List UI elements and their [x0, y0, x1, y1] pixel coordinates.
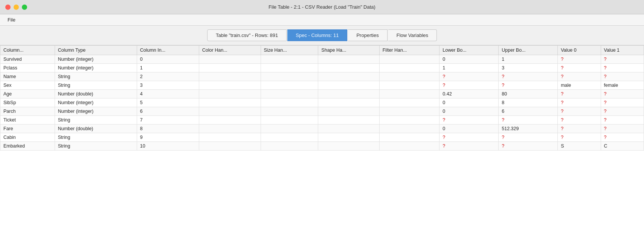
cell-6-2: 6: [137, 107, 199, 116]
table-row: SexString3??malefemale: [0, 81, 644, 90]
cell-8-7: 0: [440, 125, 499, 133]
close-button[interactable]: [5, 5, 11, 10]
cell-4-2: 4: [137, 90, 199, 98]
table-header-row: Column... Column Type Column In... Color…: [0, 46, 644, 55]
tab-table[interactable]: Table "train.csv" - Rows: 891: [207, 29, 287, 41]
menu-bar: File: [0, 14, 644, 26]
window-title: File Table - 2:1 - CSV Reader (Load "Tra…: [269, 4, 375, 10]
col-header-6: Filter Han...: [379, 46, 440, 55]
cell-0-5: [318, 55, 379, 64]
content-area: Table "train.csv" - Rows: 891 Spec - Col…: [0, 26, 644, 243]
cell-3-8: ?: [499, 81, 558, 90]
cell-3-7: ?: [440, 81, 499, 90]
cell-9-0: Cabin: [0, 133, 55, 142]
cell-5-0: SibSp: [0, 98, 55, 107]
cell-9-3: [199, 133, 261, 142]
cell-3-5: [318, 81, 379, 90]
table-row: AgeNumber (double)40.4280??: [0, 90, 644, 98]
cell-2-5: [318, 72, 379, 81]
cell-10-4: [261, 142, 318, 151]
cell-5-3: [199, 98, 261, 107]
cell-2-10: ?: [601, 72, 644, 81]
cell-6-6: [379, 107, 440, 116]
menu-file[interactable]: File: [5, 15, 18, 24]
cell-2-3: [199, 72, 261, 81]
cell-9-6: [379, 133, 440, 142]
cell-10-6: [379, 142, 440, 151]
col-header-5: Shape Ha...: [318, 46, 379, 55]
cell-0-10: ?: [601, 55, 644, 64]
cell-10-5: [318, 142, 379, 151]
cell-0-9: ?: [558, 55, 601, 64]
cell-1-3: [199, 64, 261, 72]
cell-6-10: ?: [601, 107, 644, 116]
cell-7-1: String: [55, 116, 137, 125]
cell-8-8: 512.329: [499, 125, 558, 133]
col-header-4: Size Han...: [261, 46, 318, 55]
cell-4-8: 80: [499, 90, 558, 98]
cell-2-7: ?: [440, 72, 499, 81]
col-header-0: Column...: [0, 46, 55, 55]
cell-2-8: ?: [499, 72, 558, 81]
cell-9-8: ?: [499, 133, 558, 142]
maximize-button[interactable]: [22, 5, 27, 10]
cell-9-1: String: [55, 133, 137, 142]
window-controls[interactable]: [5, 5, 27, 10]
cell-7-3: [199, 116, 261, 125]
cell-4-9: ?: [558, 90, 601, 98]
cell-4-3: [199, 90, 261, 98]
cell-1-0: Pclass: [0, 64, 55, 72]
cell-1-1: Number (integer): [55, 64, 137, 72]
cell-2-6: [379, 72, 440, 81]
cell-3-9: male: [558, 81, 601, 90]
cell-7-0: Ticket: [0, 116, 55, 125]
cell-0-8: 1: [499, 55, 558, 64]
cell-0-3: [199, 55, 261, 64]
cell-0-2: 0: [137, 55, 199, 64]
cell-1-4: [261, 64, 318, 72]
cell-1-5: [318, 64, 379, 72]
cell-6-7: 0: [440, 107, 499, 116]
cell-4-4: [261, 90, 318, 98]
minimize-button[interactable]: [14, 5, 19, 10]
col-header-1: Column Type: [55, 46, 137, 55]
spec-table: Column... Column Type Column In... Color…: [0, 45, 644, 151]
cell-1-10: ?: [601, 64, 644, 72]
cell-3-4: [261, 81, 318, 90]
cell-4-5: [318, 90, 379, 98]
cell-5-1: Number (integer): [55, 98, 137, 107]
table-row: FareNumber (double)80512.329??: [0, 125, 644, 133]
table-row: CabinString9????: [0, 133, 644, 142]
cell-3-3: [199, 81, 261, 90]
tab-properties[interactable]: Properties: [348, 29, 387, 41]
cell-8-6: [379, 125, 440, 133]
cell-6-5: [318, 107, 379, 116]
tab-flow-variables[interactable]: Flow Variables: [388, 29, 437, 41]
cell-4-6: [379, 90, 440, 98]
cell-6-3: [199, 107, 261, 116]
cell-3-2: 3: [137, 81, 199, 90]
cell-7-2: 7: [137, 116, 199, 125]
cell-6-4: [261, 107, 318, 116]
col-header-8: Upper Bo...: [499, 46, 558, 55]
cell-10-7: ?: [440, 142, 499, 151]
tab-spec[interactable]: Spec - Columns: 11: [287, 29, 347, 41]
cell-10-1: String: [55, 142, 137, 151]
cell-1-2: 1: [137, 64, 199, 72]
cell-3-10: female: [601, 81, 644, 90]
cell-10-10: C: [601, 142, 644, 151]
cell-6-0: Parch: [0, 107, 55, 116]
cell-7-7: ?: [440, 116, 499, 125]
toolbar: Table "train.csv" - Rows: 891 Spec - Col…: [0, 26, 644, 45]
cell-0-4: [261, 55, 318, 64]
cell-1-7: 1: [440, 64, 499, 72]
cell-5-4: [261, 98, 318, 107]
cell-6-1: Number (integer): [55, 107, 137, 116]
cell-8-9: ?: [558, 125, 601, 133]
cell-0-1: Number (integer): [55, 55, 137, 64]
cell-5-5: [318, 98, 379, 107]
cell-6-8: 6: [499, 107, 558, 116]
cell-8-1: Number (double): [55, 125, 137, 133]
cell-0-7: 0: [440, 55, 499, 64]
cell-5-2: 5: [137, 98, 199, 107]
